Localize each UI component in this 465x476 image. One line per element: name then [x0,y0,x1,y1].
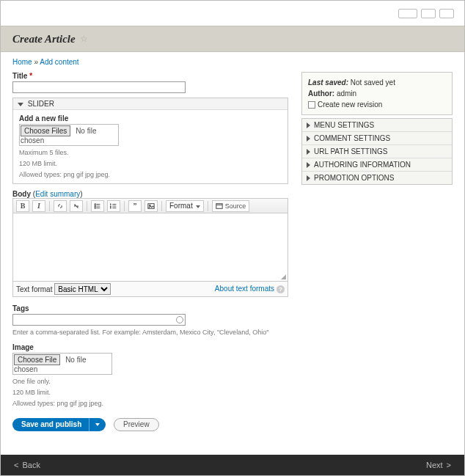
tags-hint: Enter a comma-separated list. For exampl… [12,328,288,337]
text-format-row: Text format Basic HTML About text format… [12,282,288,297]
slider-panel-header[interactable]: SLIDER [13,98,288,110]
help-icon[interactable]: ? [277,285,285,293]
link-button[interactable] [54,200,67,212]
svg-point-0 [95,204,95,205]
slider-hint-maxfiles: Maximum 5 files. [19,148,282,157]
bold-button[interactable]: B [16,200,29,212]
svg-point-2 [95,208,95,208]
image-choose-file-button[interactable]: Choose File [14,354,60,365]
accordion-url-path-settings[interactable]: URL PATH SETTINGS [302,144,452,158]
body-editor[interactable]: ◢ [12,213,288,282]
image-hint-onefile: One file only. [12,377,288,386]
toolbar-button-1[interactable] [398,9,417,18]
image-label: Image [12,343,288,351]
title-label: Title * [12,72,288,80]
chevron-right-icon [307,175,310,181]
accordion-promotion-options[interactable]: PROMOTION OPTIONS [302,171,452,184]
edit-summary-link[interactable]: Edit summary [35,190,80,198]
sidebar: Last saved: Not saved yet Author: admin … [301,72,453,431]
tags-input[interactable] [12,314,186,326]
breadcrumb: Home » Add content [12,58,453,66]
tags-label: Tags [12,304,288,312]
new-revision-label: Create new revision [318,100,382,109]
chevron-right-icon [307,122,310,128]
svg-rect-8 [216,204,222,209]
title-input[interactable] [12,81,186,93]
svg-text:3: 3 [110,207,111,209]
author-label: Author: [308,89,334,98]
next-button[interactable]: Next> [426,461,451,469]
last-saved-label: Last saved: [308,78,348,87]
numbered-list-button[interactable]: 123 [107,200,120,212]
about-text-formats-link[interactable]: About text formats [215,285,274,293]
image-button[interactable] [144,200,158,212]
preview-button[interactable]: Preview [114,418,159,431]
favorite-star-icon[interactable]: ☆ [80,34,88,44]
text-format-select[interactable]: Basic HTML [54,283,111,295]
image-hint-limit: 120 MB limit. [12,388,288,397]
unlink-button[interactable] [70,200,83,212]
body-label: Body [12,190,31,198]
back-button[interactable]: <Back [14,461,40,469]
last-saved-value: Not saved yet [351,78,395,87]
new-revision-checkbox[interactable] [308,101,315,109]
slider-choose-files-button[interactable]: Choose Files [21,125,70,136]
toolbar-button-3[interactable] [439,9,454,18]
save-dropdown-toggle[interactable] [89,418,106,431]
chevron-right-icon [307,136,310,142]
autocomplete-icon [176,316,183,323]
breadcrumb-home-link[interactable]: Home [12,58,32,66]
bullet-list-button[interactable] [91,200,104,212]
main-form: Title * SLIDER Add a new file Choose Fil… [12,72,288,431]
slider-hint-types: Allowed types: png gif jpg jpeg. [19,170,282,179]
chevron-right-icon [307,162,310,168]
slider-hint-limit: 120 MB limit. [19,159,282,168]
editor-toolbar: B I 123 ” Format Source [12,198,288,213]
slider-panel: SLIDER Add a new file Choose Files No fi… [12,98,288,184]
svg-point-1 [95,205,95,206]
settings-accordion: MENU SETTINGS COMMENT SETTINGS URL PATH … [301,118,453,185]
toolbar-button-2[interactable] [421,9,436,18]
format-dropdown[interactable]: Format [166,200,204,212]
accordion-authoring-information[interactable]: AUTHORING INFORMATION [302,158,452,171]
save-publish-button[interactable]: Save and publish [12,418,106,431]
source-button[interactable]: Source [212,200,250,212]
resize-grip-icon[interactable]: ◢ [281,273,286,280]
page-root: Create Article ☆ Home » Add content Titl… [0,0,465,476]
footer-bar: <Back Next> [1,455,464,475]
slider-add-file-label: Add a new file [19,114,282,122]
chevron-right-icon [307,149,310,155]
blockquote-button[interactable]: ” [128,200,142,212]
accordion-menu-settings[interactable]: MENU SETTINGS [302,119,452,131]
breadcrumb-current-link[interactable]: Add content [40,58,78,66]
author-value: admin [337,89,356,98]
accordion-comment-settings[interactable]: COMMENT SETTINGS [302,131,452,144]
chevron-down-icon [18,103,23,106]
top-toolbar [1,1,464,26]
image-hint-types: Allowed types: png gif jpg jpeg. [12,399,288,408]
italic-button[interactable]: I [32,200,45,212]
meta-panel: Last saved: Not saved yet Author: admin … [301,72,453,115]
text-format-label: Text format [16,285,52,293]
page-header: Create Article ☆ [1,26,464,52]
page-title: Create Article [12,33,76,45]
